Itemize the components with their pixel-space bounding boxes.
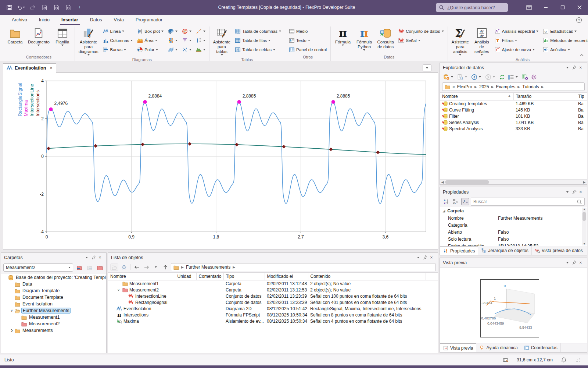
save-icon[interactable]	[5, 3, 13, 11]
ribbon-button-análisis-espectral[interactable]: Análisis espectral	[493, 27, 540, 36]
categorize-icon[interactable]	[452, 198, 460, 205]
ribbon-button-chart-dots[interactable]	[180, 45, 193, 54]
ribbon-button-tabla-de-filas[interactable]: Tabla de filas	[233, 36, 283, 45]
previous-folder-icon[interactable]	[75, 264, 83, 271]
table-row[interactable]: Filter101 KBBa	[440, 113, 587, 119]
document-list-dropdown-button[interactable]	[423, 64, 431, 71]
open-folder-icon[interactable]	[110, 263, 118, 271]
ribbon-button-chart-pie3d[interactable]	[166, 27, 179, 36]
column-header-contenido[interactable]: Contenido	[308, 273, 426, 280]
expand-levels-icon[interactable]	[120, 263, 128, 271]
scroll-thumb[interactable]	[445, 180, 489, 184]
ribbon-button-chart-errorbars[interactable]	[194, 36, 207, 45]
table-row[interactable]: ∨Measurement2Carpeta02/02/2011 13:12:532…	[108, 287, 438, 293]
properties-search-input[interactable]	[473, 199, 577, 204]
property-row-categor-a[interactable]: Categoría	[440, 222, 587, 229]
refresh-documents-icon[interactable]	[64, 3, 72, 11]
menu-tab-vista[interactable]: Vista	[108, 15, 129, 25]
tab-jerarquía-de-objetos[interactable]: Jerarquía de objetos	[478, 246, 531, 255]
ribbon-button-planilla[interactable]: Planilla	[53, 26, 72, 47]
close-document-icon[interactable]: ×	[50, 66, 52, 71]
breadcrumb-item-flexpro[interactable]: FlexPro	[457, 84, 472, 89]
tree-item-data[interactable]: Data	[1, 281, 106, 287]
close-panel-icon[interactable]: ×	[577, 189, 584, 195]
ribbon-button-chart-surface[interactable]	[166, 45, 179, 54]
table-row[interactable]: EventIsolationDiagrama 2D08/12/2025 10:5…	[108, 305, 438, 312]
data-explorer-breadcrumb[interactable]: « FlexPro▶2025▶Examples▶Tutorials▶	[442, 82, 585, 91]
scroll-right-icon[interactable]: ▶	[582, 180, 587, 184]
table-row[interactable]: Creating Templates1.469 KBBa	[440, 100, 587, 107]
pin-icon[interactable]	[422, 254, 428, 261]
forward-icon[interactable]	[142, 263, 150, 271]
ribbon-button-consulta-de-datos[interactable]: Consulta de datos	[376, 26, 395, 50]
next-folder-icon[interactable]	[86, 264, 94, 271]
collapse-crumb-icon[interactable]: «	[452, 84, 455, 89]
breadcrumb-item-tutorials[interactable]: Tutorials	[522, 84, 539, 89]
close-panel-icon[interactable]: ×	[577, 64, 584, 71]
resize-grip[interactable]	[575, 357, 581, 363]
chart-canvas[interactable]: -4-202400,91,82,73,6RectangleSignalMaxim…	[3, 73, 438, 250]
column-header-tip[interactable]: Tip	[576, 93, 587, 100]
chevron-expanded-icon[interactable]: ∨	[9, 309, 14, 312]
chevron-collapsed-icon[interactable]: ❯	[9, 329, 14, 332]
toggle-values-icon[interactable]: ca	[461, 198, 469, 205]
panel-menu-icon[interactable]	[415, 254, 422, 261]
panel-menu-icon[interactable]	[564, 64, 571, 71]
tab-coordenadas[interactable]: Coordenadas	[521, 343, 561, 352]
properties-search[interactable]	[471, 198, 585, 206]
ribbon-button-señal[interactable]: Señal	[397, 36, 445, 45]
folder-combobox[interactable]	[3, 263, 73, 272]
back-icon[interactable]	[470, 73, 478, 81]
ribbon-button-conjunto-de-datos[interactable]: Conjunto de datos	[397, 27, 445, 36]
tell-me-search[interactable]	[436, 3, 508, 12]
ribbon-button-box-plot[interactable]: Box plot	[136, 27, 165, 36]
table-row[interactable]: RectangleSignalConjunto de datos02/02/20…	[108, 299, 438, 305]
table-row[interactable]: πIntersectionsFórmula FPScript08/12/2025…	[108, 312, 438, 318]
update-all-icon[interactable]	[52, 3, 60, 11]
menu-tab-archivo[interactable]: Archivo	[7, 15, 32, 25]
update-document-icon[interactable]	[40, 3, 49, 11]
tree-item-document-template[interactable]: Document Template	[1, 294, 106, 301]
ribbon-button-tabla-de-columnas[interactable]: Tabla de columnas	[233, 27, 283, 36]
column-header-comentario[interactable]: Comentario	[196, 273, 223, 280]
back-icon[interactable]	[133, 263, 141, 271]
tree-item-further-measurements[interactable]: ∨Further Measurements	[1, 307, 106, 314]
tree-item-measurements[interactable]: ❯Measurements	[1, 327, 106, 334]
search-input[interactable]	[447, 5, 502, 10]
column-header-nombre[interactable]: Nombre ▲	[440, 93, 513, 100]
ribbon-button-polar[interactable]: Polar	[136, 45, 165, 54]
breadcrumb-item[interactable]: Further Measurements	[186, 265, 230, 270]
panel-menu-icon[interactable]	[83, 254, 90, 261]
maximize-button[interactable]	[554, 0, 571, 15]
ribbon-button-ajuste-de-curva[interactable]: Ajuste de curva	[493, 45, 540, 54]
notifications-bell-icon[interactable]	[561, 357, 567, 363]
column-header-nombre[interactable]: Nombre	[108, 273, 175, 280]
table-row[interactable]: Series Analysis1.041 KBBa	[440, 119, 587, 125]
table-row[interactable]: Curve Fitting145 KBBa	[440, 107, 587, 113]
property-row-solo-lectura[interactable]: Solo lecturaFalso	[440, 236, 587, 243]
undo-icon[interactable]	[17, 3, 25, 11]
minimize-button[interactable]	[537, 0, 554, 15]
menu-tab-datos[interactable]: Datos	[85, 15, 107, 25]
qat-overflow-icon[interactable]: ⋮	[76, 3, 84, 11]
history-dropdown-icon[interactable]	[152, 263, 160, 271]
close-panel-icon[interactable]: ×	[97, 254, 103, 261]
ribbon-button-panel-de-control[interactable]: Panel de control	[287, 45, 328, 54]
property-row-fecha-de-creaci-n[interactable]: Fecha de creación15/12/2010 14:25:52	[440, 243, 587, 246]
ribbon-button-línea[interactable]: Línea	[101, 27, 135, 36]
menu-tab-inicio[interactable]: Inicio	[34, 15, 55, 25]
tree-item-event-isolation[interactable]: Event Isolation	[1, 301, 106, 307]
ribbon-button-asistente-para-análisis[interactable]: ΣAsistente para análisis	[450, 26, 470, 57]
panel-menu-icon[interactable]	[564, 189, 571, 195]
menu-tab-programador[interactable]: Programador	[130, 15, 168, 25]
table-row[interactable]: MaximaAislamiento de ev...08/12/2025 10:…	[108, 318, 438, 324]
ribbon-button-documento[interactable]: Documento	[26, 26, 51, 47]
tree-item-measurement2[interactable]: Measurement2	[1, 321, 106, 327]
forward-icon[interactable]	[484, 73, 492, 81]
breadcrumb-item-2025[interactable]: 2025	[479, 84, 489, 89]
ribbon-button-acústica[interactable]: Acústica	[541, 45, 588, 54]
ribbon-button-chart-terrain[interactable]	[194, 45, 207, 54]
refresh-icon[interactable]	[498, 73, 506, 81]
property-row-nombre[interactable]: NombreFurther Measurements	[440, 215, 587, 222]
sort-az-icon[interactable]: AZ	[442, 198, 450, 205]
